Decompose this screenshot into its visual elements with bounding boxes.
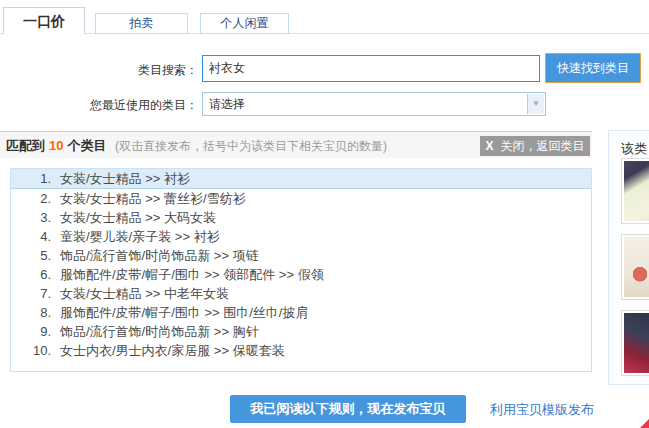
corner-red-ribbon xyxy=(640,419,649,428)
row-path: 女装/女士精品 >> 衬衫 xyxy=(60,169,190,188)
close-return-button[interactable]: X关闭，返回类目 xyxy=(480,136,590,156)
match-prefix: 匹配到 xyxy=(6,138,45,153)
category-row-8[interactable]: 8.服饰配件/皮带/帽子/围巾 >> 围巾/丝巾/披肩 xyxy=(11,303,591,322)
category-row-7[interactable]: 7.女装/女士精品 >> 中老年女装 xyxy=(11,284,591,303)
row-number: 8. xyxy=(11,303,51,322)
recent-category-selected-value: 请选择 xyxy=(209,97,245,111)
row-path: 女装/女士精品 >> 大码女装 xyxy=(60,208,216,227)
category-row-2[interactable]: 2.女装/女士精品 >> 蕾丝衫/雪纺衫 xyxy=(11,189,591,208)
close-label: 关闭，返回类目 xyxy=(501,139,585,153)
match-count: 10 xyxy=(49,138,63,153)
product-image xyxy=(624,237,649,297)
row-number: 10. xyxy=(11,341,51,360)
category-search-label: 类目搜索： xyxy=(30,62,198,79)
matched-category-list: 1.女装/女士精品 >> 衬衫 2.女装/女士精品 >> 蕾丝衫/雪纺衫 3.女… xyxy=(10,168,592,372)
template-publish-link[interactable]: 利用宝贝模版发布 xyxy=(490,401,594,419)
row-path: 女士内衣/男士内衣/家居服 >> 保暖套装 xyxy=(60,341,285,360)
product-thumbnail-3[interactable] xyxy=(621,310,649,376)
quick-find-category-button[interactable]: 快速找到类目 xyxy=(545,53,641,83)
match-result-header: 匹配到10个类目 (双击直接发布，括号中为该类目下相关宝贝的数量) X关闭，返回… xyxy=(0,131,592,158)
product-image xyxy=(624,313,649,373)
category-row-4[interactable]: 4.童装/婴儿装/亲子装 >> 衬衫 xyxy=(11,227,591,246)
category-row-3[interactable]: 3.女装/女士精品 >> 大码女装 xyxy=(11,208,591,227)
hot-items-side-panel: 该类 xyxy=(608,130,649,385)
match-suffix: 个类目 xyxy=(67,138,106,153)
row-path: 服饰配件/皮带/帽子/围巾 >> 领部配件 >> 假领 xyxy=(60,265,324,284)
product-thumbnail-2[interactable] xyxy=(621,234,649,300)
tab-auction[interactable]: 拍卖 xyxy=(95,13,188,34)
category-row-10[interactable]: 10.女士内衣/男士内衣/家居服 >> 保暖套装 xyxy=(11,341,591,360)
category-row-5[interactable]: 5.饰品/流行首饰/时尚饰品新 >> 项链 xyxy=(11,246,591,265)
row-number: 9. xyxy=(11,322,51,341)
row-number: 7. xyxy=(11,284,51,303)
category-row-1[interactable]: 1.女装/女士精品 >> 衬衫 xyxy=(11,169,591,189)
row-path: 女装/女士精品 >> 中老年女装 xyxy=(60,284,229,303)
publish-now-button[interactable]: 我已阅读以下规则，现在发布宝贝 xyxy=(230,395,466,423)
row-path: 女装/女士精品 >> 蕾丝衫/雪纺衫 xyxy=(60,189,246,208)
publish-category-page: { "tabs": [ { "label": "一口价" }, { "label… xyxy=(0,0,649,428)
product-thumbnail-1[interactable] xyxy=(621,158,649,224)
row-number: 3. xyxy=(11,208,51,227)
category-row-6[interactable]: 6.服饰配件/皮带/帽子/围巾 >> 领部配件 >> 假领 xyxy=(11,265,591,284)
row-number: 4. xyxy=(11,227,51,246)
row-number: 5. xyxy=(11,246,51,265)
row-number: 6. xyxy=(11,265,51,284)
side-panel-title: 该类 xyxy=(621,140,649,158)
row-path: 童装/婴儿装/亲子装 >> 衬衫 xyxy=(60,227,220,246)
recent-category-label: 您最近使用的类目： xyxy=(30,97,198,114)
category-search-input[interactable] xyxy=(202,55,540,82)
row-path: 服饰配件/皮带/帽子/围巾 >> 围巾/丝巾/披肩 xyxy=(60,303,308,322)
recent-category-select[interactable]: 请选择 ▼ xyxy=(202,92,546,116)
row-number: 2. xyxy=(11,189,51,208)
tab-personal-idle[interactable]: 个人闲置 xyxy=(200,13,289,34)
row-path: 饰品/流行首饰/时尚饰品新 >> 项链 xyxy=(60,246,259,265)
close-icon: X xyxy=(485,139,493,153)
chevron-down-icon[interactable]: ▼ xyxy=(527,94,544,114)
row-number: 1. xyxy=(11,169,51,188)
category-row-9[interactable]: 9.饰品/流行首饰/时尚饰品新 >> 胸针 xyxy=(11,322,591,341)
tab-fixed-price[interactable]: 一口价 xyxy=(3,7,85,34)
match-hint: (双击直接发布，括号中为该类目下相关宝贝的数量) xyxy=(115,139,387,153)
product-image xyxy=(624,161,649,221)
row-path: 饰品/流行首饰/时尚饰品新 >> 胸针 xyxy=(60,322,259,341)
